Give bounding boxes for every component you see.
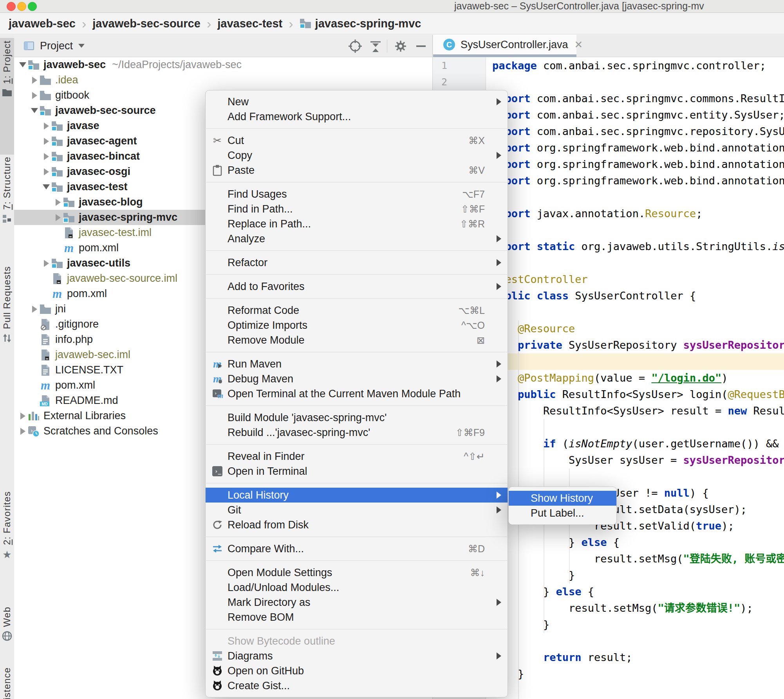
menu-item-open-in-terminal[interactable]: ›_Open in Terminal xyxy=(206,464,508,479)
project-tool-window-icon xyxy=(23,40,34,51)
sidebar-item-1-project[interactable]: 1: Project xyxy=(0,38,14,155)
tree-expand-arrow-icon[interactable] xyxy=(44,168,49,175)
paste-icon xyxy=(212,164,222,176)
tree-item-label: pom.xml xyxy=(67,288,107,300)
tree-expand-arrow-icon[interactable] xyxy=(56,199,61,206)
tree-item-javaweb-sec[interactable]: javaweb-sec~/IdeaProjects/javaweb-sec xyxy=(14,57,432,72)
menu-item-git[interactable]: Git xyxy=(206,503,508,517)
menu-item-build-module-javasec-spring-mvc[interactable]: Build Module 'javasec-spring-mvc' xyxy=(206,410,508,425)
menu-item-open-module-settings[interactable]: Open Module Settings⌘↓ xyxy=(206,565,508,580)
chevron-down-icon[interactable] xyxy=(78,44,85,48)
tree-expand-arrow-icon[interactable] xyxy=(44,260,49,267)
submenu-arrow-icon xyxy=(497,259,501,266)
menu-item-add-to-favorites[interactable]: Add to Favorites xyxy=(206,279,508,294)
zoom-window-button[interactable] xyxy=(28,2,37,11)
tree-item--idea[interactable]: .idea xyxy=(14,72,432,88)
menu-item-local-history[interactable]: Local History xyxy=(206,488,508,503)
menu-item-optimize-imports[interactable]: Optimize Imports^⌥O xyxy=(206,318,508,333)
menu-item-remove-bom[interactable]: Remove BOM xyxy=(206,610,508,625)
menu-item-label: Copy xyxy=(228,150,252,162)
code-line-8: import org.springframework.web.bind.anno… xyxy=(492,173,784,189)
menu-item-analyze[interactable]: Analyze xyxy=(206,231,508,246)
menu-item-new[interactable]: New xyxy=(206,94,508,109)
tree-expand-arrow-icon[interactable] xyxy=(20,413,25,420)
sidebar-item-pull-requests[interactable]: Pull Requests xyxy=(0,264,14,391)
collapse-all-icon[interactable] xyxy=(367,35,384,57)
breadcrumb-item[interactable]: javaweb-sec xyxy=(9,17,76,30)
menu-item-label: Load/Unload Modules... xyxy=(228,582,339,594)
menu-item-replace-in-path[interactable]: Replace in Path...⇧⌘R xyxy=(206,216,508,231)
sidebar-item-2-favorites[interactable]: 2: Favorites★ xyxy=(0,489,14,605)
menu-item-shortcut: ⇧⌘R xyxy=(460,218,485,230)
menu-item-load-unload-modules[interactable]: Load/Unload Modules... xyxy=(206,580,508,595)
close-icon[interactable]: ✕ xyxy=(574,39,583,51)
menu-item-label: Remove BOM xyxy=(228,611,294,623)
scratches-icon: › xyxy=(28,425,40,437)
menu-item-label: Remove Module xyxy=(228,334,305,346)
menu-item-create-gist[interactable]: Create Gist... xyxy=(206,678,508,693)
tree-item-label: javasec-spring-mvc xyxy=(79,211,177,223)
tree-expand-arrow-icon[interactable] xyxy=(56,214,61,221)
menu-item-paste[interactable]: Paste⌘V xyxy=(206,163,508,178)
menu-item-cut[interactable]: ✂Cut⌘X xyxy=(206,133,508,148)
submenu-arrow-icon xyxy=(497,599,501,606)
folder-icon xyxy=(40,90,51,101)
tree-expand-arrow-icon[interactable] xyxy=(44,138,49,145)
menu-separator xyxy=(206,629,507,629)
menu-item-reformat-code[interactable]: Reformat Code⌥⌘L xyxy=(206,303,508,318)
breadcrumb-item[interactable]: javasec-spring-mvc xyxy=(300,17,421,30)
menu-item-show-history[interactable]: Show History xyxy=(509,491,616,506)
sidebar-item-web[interactable]: Web xyxy=(0,604,14,665)
menu-item-label: Reformat Code xyxy=(228,304,299,317)
tree-expand-arrow-icon[interactable] xyxy=(20,428,25,435)
menu-item-open-on-github[interactable]: Open on GitHub xyxy=(206,663,508,678)
code-line-15: public class SysUserController { xyxy=(492,288,784,304)
hide-panel-icon[interactable] xyxy=(414,35,428,57)
menu-item-put-label[interactable]: Put Label... xyxy=(509,506,616,521)
cut-icon: ✂ xyxy=(213,135,222,147)
menu-item-find-in-path[interactable]: Find in Path...⇧⌘F xyxy=(206,202,508,216)
menu-item-add-framework-support[interactable]: Add Framework Support... xyxy=(206,109,508,124)
menu-item-rebuild-javasec-spring-mvc[interactable]: Rebuild ...'javasec-spring-mvc'⇧⌘F9 xyxy=(206,425,508,440)
tree-item-label: javasec-utils xyxy=(67,257,130,269)
code-area: package com.anbai.sec.springmvc.controll… xyxy=(492,58,784,699)
menu-item-remove-module[interactable]: Remove Module⊠ xyxy=(206,333,508,348)
menu-item-debug-maven[interactable]: mDebug Maven xyxy=(206,371,508,386)
tab-sysusercontroller[interactable]: C SysUserController.java ✕ xyxy=(433,35,576,54)
code-line-22: ResultInfo<SysUser> result = new ResultI… xyxy=(492,403,784,419)
code-line-11 xyxy=(492,222,784,238)
menu-item-find-usages[interactable]: Find Usages⌥F7 xyxy=(206,187,508,202)
svg-text:MD: MD xyxy=(42,402,48,406)
close-window-button[interactable] xyxy=(7,2,16,11)
menu-item-reveal-in-finder[interactable]: Reveal in Finder^⇧↵ xyxy=(206,449,508,464)
breadcrumb-item[interactable]: javasec-test xyxy=(217,17,282,30)
menu-item-copy[interactable]: Copy xyxy=(206,148,508,163)
tree-expand-arrow-icon[interactable] xyxy=(32,92,37,99)
menu-item-run-maven[interactable]: mRun Maven xyxy=(206,357,508,371)
tree-collapse-arrow-icon[interactable] xyxy=(19,62,26,67)
locate-icon[interactable] xyxy=(347,35,363,57)
menu-item-open-terminal-at-the-current-maven-module-path[interactable]: ›_mOpen Terminal at the Current Maven Mo… xyxy=(206,386,508,401)
menu-item-diagrams[interactable]: Diagrams xyxy=(206,649,508,663)
breadcrumb-separator: › xyxy=(207,16,211,31)
tree-expand-arrow-icon[interactable] xyxy=(44,153,49,160)
menu-item-compare-with[interactable]: Compare With...⌘D xyxy=(206,541,508,556)
minimize-window-button[interactable] xyxy=(17,2,26,11)
menu-item-mark-directory-as[interactable]: Mark Directory as xyxy=(206,595,508,610)
sidebar-item-7-structure[interactable]: 7: Structure xyxy=(0,154,14,266)
reload-icon xyxy=(212,519,223,530)
menu-item-refactor[interactable]: Refactor xyxy=(206,255,508,270)
code-line-1: package com.anbai.sec.springmvc.controll… xyxy=(492,58,784,74)
github-icon xyxy=(212,665,223,676)
breadcrumb-item[interactable]: javaweb-sec-source xyxy=(92,17,201,30)
settings-gear-icon[interactable] xyxy=(392,35,409,57)
tree-expand-arrow-icon[interactable] xyxy=(44,123,49,130)
project-panel-title[interactable]: Project xyxy=(40,40,73,52)
menu-item-reload-from-disk[interactable]: Reload from Disk xyxy=(206,517,508,532)
tree-collapse-arrow-icon[interactable] xyxy=(43,184,50,189)
code-line-35: } xyxy=(492,616,784,633)
tree-expand-arrow-icon[interactable] xyxy=(32,306,37,313)
tree-expand-arrow-icon[interactable] xyxy=(32,77,37,84)
tree-collapse-arrow-icon[interactable] xyxy=(31,108,38,113)
sidebar-item-persistence[interactable]: Persistence xyxy=(0,665,14,699)
